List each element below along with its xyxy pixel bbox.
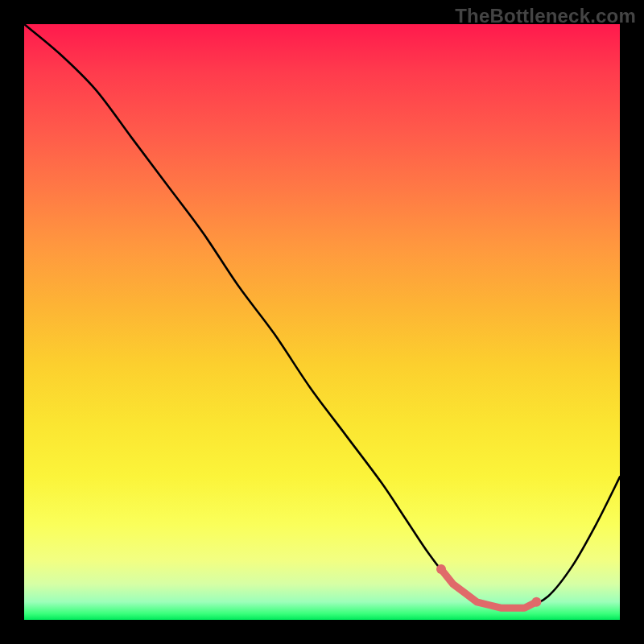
chart-overlay [24,24,620,620]
chart-frame: TheBottleneck.com [0,0,644,644]
plot-area [24,24,620,620]
optimal-range-highlight [441,569,536,608]
bottleneck-curve [24,24,620,609]
watermark-text: TheBottleneck.com [455,5,636,27]
highlight-endpoint-dot [436,564,446,574]
highlight-endpoint-dot [531,597,541,607]
